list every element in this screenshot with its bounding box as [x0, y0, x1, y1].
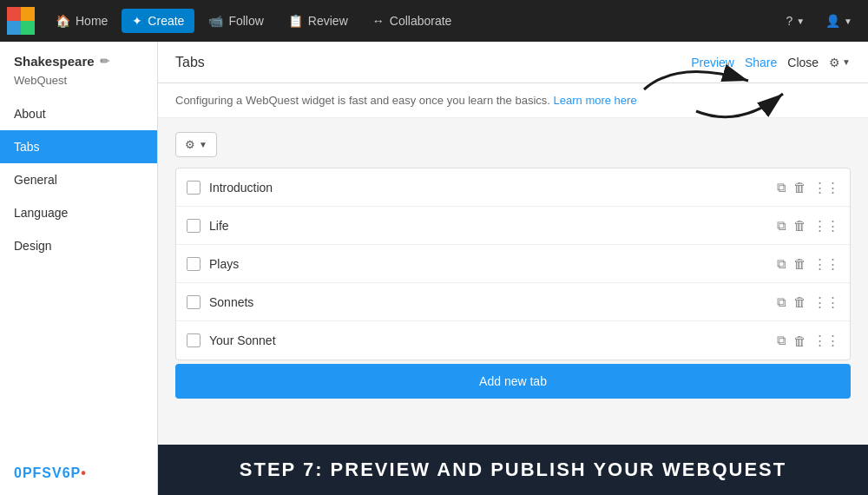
info-bar: Configuring a WebQuest widget is fast an… — [158, 83, 868, 118]
content-header: Tabs Preview Share Close ⚙ ▼ — [158, 42, 868, 83]
sidebar-nav: About Tabs General Language Design — [0, 97, 157, 452]
gear-caret: ▼ — [199, 140, 207, 149]
table-row: Life ⧉ 🗑 ⋮⋮ — [176, 207, 850, 245]
drag-icon[interactable]: ⋮⋮ — [813, 333, 839, 348]
tab-name-sonnets: Sonnets — [209, 295, 768, 309]
table-row: Introduction ⧉ 🗑 ⋮⋮ — [176, 168, 850, 207]
sidebar-item-general[interactable]: General — [0, 163, 157, 196]
tab-list: Introduction ⧉ 🗑 ⋮⋮ Life ⧉ 🗑 ⋮⋮ — [175, 168, 851, 360]
copy-icon[interactable]: ⧉ — [777, 294, 786, 310]
user-icon: 👤 — [825, 14, 840, 28]
drag-icon[interactable]: ⋮⋮ — [813, 294, 839, 310]
sidebar-code: 0PFSV6P• — [0, 452, 157, 495]
tab-checkbox-your-sonnet[interactable] — [187, 333, 201, 347]
sidebar-project-title: Shakespeare ✏ — [0, 42, 157, 72]
sidebar: Shakespeare ✏ WebQuest About Tabs Genera… — [0, 42, 158, 495]
sidebar-project-type: WebQuest — [0, 72, 157, 97]
sidebar-item-design[interactable]: Design — [0, 229, 157, 262]
top-nav: 🏠 Home ✦ Create 📹 Follow 📋 Review ↔ Coll… — [0, 0, 868, 42]
nav-create[interactable]: ✦ Create — [122, 9, 194, 33]
gear-dropdown-button[interactable]: ⚙ ▼ — [175, 132, 217, 157]
help-caret: ▼ — [796, 16, 805, 26]
nav-home[interactable]: 🏠 Home — [45, 9, 118, 33]
gear-toolbar: ⚙ ▼ — [175, 132, 851, 157]
follow-icon: 📹 — [208, 14, 223, 28]
sidebar-item-tabs[interactable]: Tabs — [0, 130, 157, 163]
home-icon: 🏠 — [56, 14, 70, 28]
table-row: Your Sonnet ⧉ 🗑 ⋮⋮ — [176, 321, 850, 360]
content-area: Tabs Preview Share Close ⚙ ▼ — [158, 42, 868, 495]
table-row: Plays ⧉ 🗑 ⋮⋮ — [176, 245, 850, 283]
preview-button[interactable]: Preview — [691, 56, 734, 69]
tab-checkbox-introduction[interactable] — [187, 181, 201, 195]
copy-icon[interactable]: ⧉ — [777, 180, 786, 195]
delete-icon[interactable]: 🗑 — [793, 256, 806, 271]
gear-icon: ⚙ — [185, 138, 195, 151]
share-button[interactable]: Share — [745, 56, 777, 69]
banner-text: STEP 7: PREVIEW AND PUBLISH YOUR WEBQUES… — [240, 459, 786, 481]
project-name: Shakespeare — [14, 54, 95, 69]
nav-right-actions: ? ▼ 👤 ▼ — [777, 9, 861, 33]
copy-icon[interactable]: ⧉ — [777, 218, 786, 234]
create-icon: ✦ — [132, 14, 142, 28]
svg-rect-1 — [21, 7, 35, 21]
svg-rect-3 — [21, 21, 35, 35]
tab-checkbox-life[interactable] — [187, 219, 201, 233]
collaborate-icon: ↔ — [372, 14, 385, 28]
nav-review[interactable]: 📋 Review — [278, 9, 358, 33]
nav-create-label: Create — [148, 14, 184, 28]
code-dot: • — [81, 465, 87, 480]
settings-button[interactable]: ⚙ ▼ — [829, 56, 851, 69]
tab-actions-introduction: ⧉ 🗑 ⋮⋮ — [777, 180, 839, 195]
bottom-banner: STEP 7: PREVIEW AND PUBLISH YOUR WEBQUES… — [158, 445, 868, 495]
close-button[interactable]: Close — [787, 56, 819, 69]
info-text: Configuring a WebQuest widget is fast an… — [175, 94, 550, 107]
help-icon: ? — [786, 14, 792, 28]
drag-icon[interactable]: ⋮⋮ — [813, 180, 839, 195]
table-row: Sonnets ⧉ 🗑 ⋮⋮ — [176, 283, 850, 321]
nav-collaborate-label: Collaborate — [390, 14, 452, 28]
tabs-content: ⚙ ▼ Introduction ⧉ 🗑 ⋮⋮ Life — [158, 118, 868, 495]
nav-collaborate[interactable]: ↔ Collaborate — [362, 9, 463, 33]
tab-name-your-sonnet: Your Sonnet — [209, 333, 768, 347]
svg-rect-0 — [7, 7, 21, 21]
tab-actions-sonnets: ⧉ 🗑 ⋮⋮ — [777, 294, 839, 310]
copy-icon[interactable]: ⧉ — [777, 256, 786, 272]
tab-name-life: Life — [209, 219, 768, 233]
review-icon: 📋 — [288, 14, 303, 28]
header-actions: Preview Share Close ⚙ ▼ — [691, 56, 851, 69]
copy-icon[interactable]: ⧉ — [777, 333, 786, 348]
learn-more-link[interactable]: Learn more here — [554, 94, 637, 107]
tab-name-introduction: Introduction — [209, 181, 768, 195]
tab-name-plays: Plays — [209, 257, 768, 271]
tab-actions-life: ⧉ 🗑 ⋮⋮ — [777, 218, 839, 234]
page-title: Tabs — [175, 55, 205, 70]
delete-icon[interactable]: 🗑 — [793, 333, 806, 348]
edit-icon[interactable]: ✏ — [100, 55, 109, 68]
nav-home-label: Home — [76, 14, 108, 28]
tab-checkbox-sonnets[interactable] — [187, 295, 201, 309]
main-layout: Shakespeare ✏ WebQuest About Tabs Genera… — [0, 42, 868, 495]
add-tab-button[interactable]: Add new tab — [175, 364, 851, 399]
delete-icon[interactable]: 🗑 — [793, 294, 806, 309]
help-button[interactable]: ? ▼ — [777, 9, 813, 33]
tab-actions-plays: ⧉ 🗑 ⋮⋮ — [777, 256, 839, 272]
user-caret: ▼ — [844, 16, 852, 26]
delete-icon[interactable]: 🗑 — [793, 180, 806, 195]
delete-icon[interactable]: 🗑 — [793, 218, 806, 233]
tab-checkbox-plays[interactable] — [187, 257, 201, 271]
tab-actions-your-sonnet: ⧉ 🗑 ⋮⋮ — [777, 333, 839, 348]
code-text: 0PFSV6P — [14, 465, 81, 480]
sidebar-item-language[interactable]: Language — [0, 196, 157, 229]
nav-follow-label: Follow — [228, 14, 263, 28]
settings-caret: ▼ — [842, 57, 851, 67]
app-logo — [7, 7, 35, 35]
drag-icon[interactable]: ⋮⋮ — [813, 256, 839, 272]
drag-icon[interactable]: ⋮⋮ — [813, 218, 839, 234]
sidebar-item-about[interactable]: About — [0, 97, 157, 130]
svg-rect-2 — [7, 21, 21, 35]
user-button[interactable]: 👤 ▼ — [817, 9, 861, 33]
nav-review-label: Review — [308, 14, 348, 28]
nav-follow[interactable]: 📹 Follow — [198, 9, 273, 33]
